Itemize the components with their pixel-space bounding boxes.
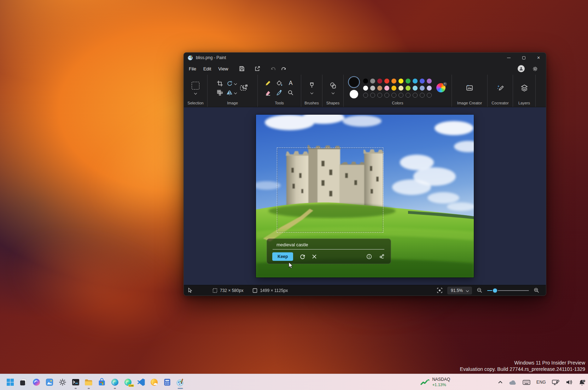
magnifier-icon[interactable] — [287, 90, 294, 96]
palette-empty-slot[interactable] — [370, 93, 375, 98]
palette-color[interactable] — [398, 86, 403, 91]
undo-button[interactable] — [268, 64, 278, 73]
touch-keyboard-button[interactable] — [523, 380, 530, 385]
palette-empty-slot[interactable] — [384, 93, 389, 98]
cocreator-group[interactable]: Cocreator — [488, 75, 513, 107]
palette-color[interactable] — [377, 79, 382, 84]
volume-button[interactable] — [566, 379, 573, 385]
keep-button[interactable]: Keep — [272, 252, 293, 261]
flip-icon[interactable] — [227, 90, 233, 96]
menu-view[interactable]: View — [215, 65, 232, 73]
palette-empty-slot[interactable] — [398, 93, 403, 98]
palette-color[interactable] — [427, 86, 432, 91]
generative-fill-icon[interactable] — [217, 90, 223, 96]
layers-group[interactable]: Layers — [513, 75, 536, 107]
settings-button[interactable] — [530, 64, 540, 73]
zoom-in-icon[interactable] — [534, 287, 540, 293]
photos-button[interactable] — [43, 375, 56, 389]
redo-button[interactable] — [278, 64, 289, 73]
chevron-down-icon[interactable] — [194, 92, 197, 94]
palette-color[interactable] — [427, 79, 432, 84]
image-creator-group[interactable]: Image Creator — [452, 75, 488, 107]
palette-color[interactable] — [420, 86, 425, 91]
microsoft-store-button[interactable] — [95, 375, 108, 389]
chevron-down-icon[interactable] — [234, 82, 237, 85]
dismiss-button[interactable] — [312, 254, 317, 259]
palette-color[interactable] — [406, 79, 411, 84]
paint-taskbar-button[interactable] — [174, 375, 187, 389]
menu-file[interactable]: File — [185, 65, 200, 73]
zoom-level-dropdown[interactable]: 91.5% — [447, 287, 472, 294]
zoom-out-icon[interactable] — [477, 287, 483, 293]
info-button[interactable] — [366, 254, 372, 259]
regenerate-button[interactable] — [299, 254, 305, 260]
palette-color[interactable] — [391, 86, 396, 91]
palette-color[interactable] — [384, 79, 389, 84]
edge-button[interactable] — [108, 375, 121, 389]
shapes-group[interactable]: Shapes — [322, 75, 344, 107]
file-explorer-button[interactable] — [82, 375, 95, 389]
feedback-button[interactable] — [379, 254, 385, 260]
prompt-input[interactable] — [273, 242, 384, 250]
account-button[interactable] — [518, 65, 525, 72]
palette-color[interactable] — [370, 79, 375, 84]
brushes-group[interactable]: Brushes — [301, 75, 322, 107]
chevron-down-icon[interactable] — [331, 91, 334, 94]
palette-color[interactable] — [398, 79, 403, 84]
language-indicator[interactable]: ENG — [536, 380, 546, 385]
onedrive-button[interactable] — [509, 380, 517, 385]
eyedropper-icon[interactable] — [276, 90, 283, 96]
palette-empty-slot[interactable] — [420, 93, 425, 98]
fit-to-screen-icon[interactable] — [437, 287, 443, 293]
stock-widget[interactable]: NASDAQ +1.13% — [420, 377, 450, 387]
selection-marquee[interactable] — [277, 148, 383, 233]
palette-empty-slot[interactable] — [427, 93, 432, 98]
terminal-button[interactable] — [69, 375, 82, 389]
copilot-button[interactable] — [30, 375, 43, 389]
resize-image-icon[interactable] — [239, 84, 249, 93]
share-button[interactable] — [252, 64, 263, 73]
close-button[interactable]: ✕ — [531, 53, 546, 63]
notifications-button[interactable]: z — [579, 379, 586, 385]
edit-colors-button[interactable]: + — [436, 83, 446, 93]
palette-empty-slot[interactable] — [363, 93, 368, 98]
palette-color[interactable] — [391, 79, 396, 84]
palette-empty-slot[interactable] — [406, 93, 411, 98]
background-color-swatch[interactable] — [350, 90, 358, 98]
palette-color[interactable] — [363, 79, 368, 84]
zoom-slider-thumb[interactable] — [493, 288, 497, 293]
palette-color[interactable] — [413, 86, 418, 91]
rotate-icon[interactable] — [227, 80, 233, 87]
pencil-icon[interactable] — [265, 80, 271, 86]
start-button[interactable] — [4, 375, 17, 389]
chevron-down-icon[interactable] — [310, 91, 313, 94]
palette-color[interactable] — [420, 79, 425, 84]
palette-color[interactable] — [370, 86, 375, 91]
palette-color[interactable] — [377, 86, 382, 91]
vscode-button[interactable] — [134, 375, 147, 389]
palette-color[interactable] — [363, 86, 368, 91]
foreground-color-swatch[interactable] — [349, 78, 359, 87]
menu-edit[interactable]: Edit — [200, 65, 215, 73]
canvas[interactable]: Keep — [256, 115, 474, 277]
orange-app-button[interactable] — [147, 375, 161, 389]
fill-bucket-icon[interactable] — [276, 80, 283, 86]
text-tool-icon[interactable]: A — [289, 80, 293, 86]
maximize-button[interactable] — [516, 53, 531, 63]
crop-icon[interactable] — [217, 80, 223, 87]
selection-group[interactable]: Selection — [184, 75, 208, 107]
palette-empty-slot[interactable] — [413, 93, 418, 98]
zoom-slider[interactable] — [487, 288, 529, 293]
edge-canary-button[interactable]: CAN — [121, 375, 134, 389]
settings-taskbar-button[interactable] — [56, 375, 69, 389]
palette-color[interactable] — [406, 86, 411, 91]
titlebar[interactable]: bliss.png - Paint ✕ — [184, 53, 546, 63]
palette-empty-slot[interactable] — [391, 93, 396, 98]
palette-color[interactable] — [384, 86, 389, 91]
chevron-down-icon[interactable] — [234, 91, 237, 94]
palette-empty-slot[interactable] — [377, 93, 382, 98]
calculator-button[interactable] — [161, 375, 174, 389]
save-button[interactable] — [237, 64, 247, 73]
palette-color[interactable] — [413, 79, 418, 84]
selection-tool-icon[interactable] — [192, 82, 199, 90]
